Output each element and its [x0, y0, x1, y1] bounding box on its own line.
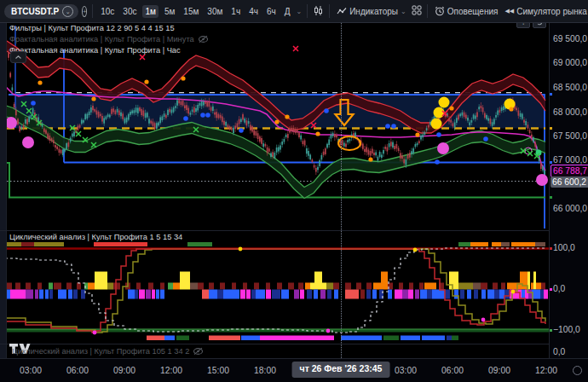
- tradingview-app: { "toolbar":{ "symbol":"BTCUSDT.P", "tim…: [0, 0, 588, 382]
- axis-level-mark: [550, 161, 552, 164]
- toolbar-separator: [329, 4, 330, 18]
- tf-1m[interactable]: 1м: [142, 5, 158, 18]
- legend-fractal-hour-text: Фрактальная аналитика | Культ Профита | …: [9, 46, 181, 55]
- tf-15m[interactable]: 15м: [181, 5, 201, 18]
- tf-4h[interactable]: 4ч: [246, 5, 261, 18]
- price-tick: 68 000,0: [553, 107, 587, 117]
- axis-level-mark: [550, 247, 552, 250]
- pane-divider[interactable]: [0, 230, 588, 231]
- time-tick: 18:00: [254, 366, 276, 375]
- price-tick: 69 500,0: [553, 34, 587, 43]
- legend-cyclic-analysis[interactable]: Циклический анализ | Культ Профита 1 5 1…: [9, 233, 182, 241]
- price-axis[interactable]: 66 788,7 66 600,2 70 000,069 500,069 000…: [550, 22, 588, 358]
- symbol-switch-icon[interactable]: ⌄: [62, 6, 73, 17]
- candle-style-icon[interactable]: [313, 5, 324, 18]
- price-tick: 67 500,0: [553, 131, 587, 141]
- price-tick: 69 000,0: [553, 58, 587, 67]
- tf-6h[interactable]: 6ч: [264, 5, 279, 18]
- oscillator-tick: 100,0: [553, 243, 575, 252]
- indicators-icon: [337, 7, 347, 16]
- toolbar-separator: [427, 4, 428, 18]
- time-tick: 06:00: [66, 366, 89, 375]
- time-axis[interactable]: чт 26 Фев '26 23:45 03:0006:0009:0012:00…: [0, 358, 588, 382]
- current-price-label: 66 600,2: [551, 177, 588, 188]
- oscillator-tick: 0,0: [553, 284, 565, 293]
- indicators-button[interactable]: Индикаторы ⌄: [335, 6, 408, 17]
- top-toolbar: BTCUSDT.P ⌄ + 10с 30с 1м 5м 15м 30м 1ч 4…: [0, 0, 588, 23]
- crosshair-date-tooltip: чт 26 Фев '26 23:45: [292, 362, 390, 378]
- legend-cyclic-105-text: Циклический анализ | Культ Профита 105 1…: [12, 347, 189, 356]
- time-tick: 03:00: [20, 366, 42, 375]
- alerts-button[interactable]: Оповещения: [433, 5, 500, 17]
- price-tick: 68 500,0: [553, 83, 587, 92]
- drawing-toolbar-strip[interactable]: [0, 22, 7, 382]
- magenta-level-label: 66 788,7: [551, 165, 588, 177]
- timezone-toggle-icon[interactable]: [573, 366, 582, 375]
- replay-button[interactable]: ◀◀ Симулятор рынка: [503, 6, 588, 17]
- layout-grid-icon[interactable]: [412, 5, 422, 17]
- tf-30s[interactable]: 30с: [120, 5, 139, 18]
- symbol-button[interactable]: BTCUSDT.P ⌄: [4, 4, 78, 19]
- legend-filters[interactable]: Фильтры | Культ Профита 12 2 90 5 4 4 15…: [9, 24, 175, 32]
- indicators-label: Индикаторы: [349, 7, 398, 16]
- legend-fractal-minute[interactable]: Фрактальная аналитика | Культ Профита | …: [9, 35, 209, 43]
- indicators-caret[interactable]: ⌄: [401, 8, 406, 15]
- time-tick: 09:00: [113, 366, 135, 375]
- timeframe-menu-caret[interactable]: ⌄: [296, 8, 302, 15]
- pane-divider[interactable]: [0, 344, 588, 344]
- oscillator-tick: −100,0: [553, 325, 580, 334]
- eye-hidden-icon[interactable]: [193, 347, 204, 356]
- axis-level-mark: [550, 329, 552, 332]
- alerts-label: Оповещения: [447, 7, 499, 16]
- axis-level-mark: [550, 196, 552, 199]
- price-tick: 67 000,0: [553, 155, 587, 165]
- replay-icon: ◀◀: [504, 8, 514, 14]
- legend-fractal-minute-text: Фрактальная аналитика | Культ Профита | …: [9, 35, 194, 43]
- toolbar-separator: [307, 4, 308, 18]
- legend-cyclic-105[interactable]: Циклический анализ | Культ Профита 105 1…: [12, 347, 204, 356]
- tf-1d[interactable]: Д: [282, 5, 293, 18]
- time-tick: 15:00: [207, 366, 229, 375]
- pane3-tick: 0,0: [553, 347, 565, 356]
- legend-filters-text: Фильтры | Культ Профита 12 2 90 5 4 4 15…: [9, 24, 175, 32]
- tf-30m[interactable]: 30м: [205, 5, 225, 18]
- time-tick: 06:00: [441, 366, 464, 375]
- axis-level-mark: [550, 93, 552, 96]
- main-chart-canvas[interactable]: [0, 22, 549, 358]
- axis-level-mark: [550, 288, 552, 291]
- replay-label: Симулятор рынка: [516, 7, 587, 16]
- axis-level-mark: [550, 127, 552, 130]
- price-tick: 66 000,0: [553, 204, 587, 213]
- toolbar-separator: [92, 4, 93, 18]
- time-tick: 12:00: [535, 366, 557, 375]
- legend-fractal-hour[interactable]: Фрактальная аналитика | Культ Профита | …: [9, 46, 181, 55]
- time-tick: 09:00: [488, 366, 510, 375]
- time-tick: 12:00: [160, 366, 182, 375]
- eye-hidden-icon[interactable]: [198, 35, 209, 43]
- cyclic-analysis-pane: [0, 242, 549, 340]
- symbol-label: BTCUSDT.P: [11, 7, 59, 16]
- legend-cyclic-text: Циклический анализ | Культ Профита 1 5 1…: [9, 233, 182, 241]
- compare-add-icon[interactable]: +: [82, 6, 87, 17]
- alert-clock-icon: [435, 6, 445, 16]
- tf-10s[interactable]: 10с: [98, 5, 117, 18]
- legend-collapse-button[interactable]: [10, 51, 26, 63]
- tf-1h[interactable]: 1ч: [228, 5, 243, 18]
- time-tick: 03:00: [395, 366, 417, 375]
- tf-5m[interactable]: 5м: [162, 5, 177, 18]
- crosshair-vertical-line: [341, 22, 342, 358]
